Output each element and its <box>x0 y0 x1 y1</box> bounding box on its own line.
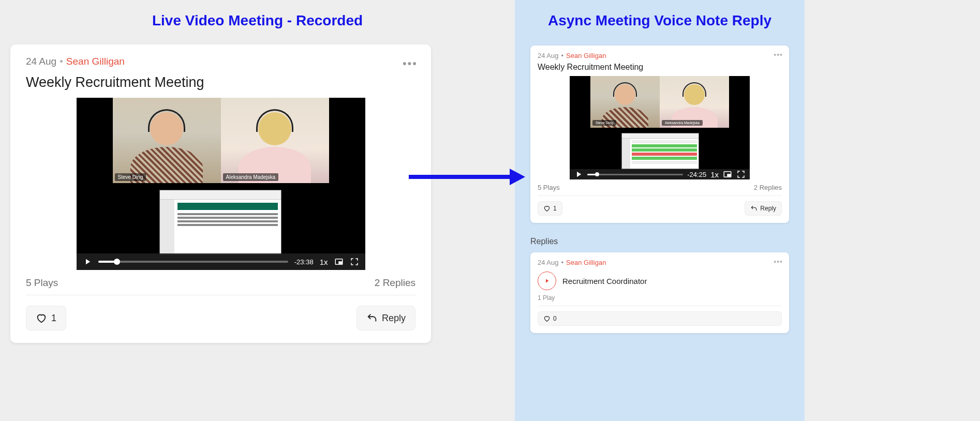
participant-name: Aleksandra Madejska <box>662 120 703 126</box>
dot-icon: • <box>561 52 564 59</box>
heading-right: Async Meeting Voice Note Reply <box>515 12 805 29</box>
heart-icon <box>36 312 47 324</box>
post-meta: 24 Aug • Sean Gilligan <box>538 52 782 59</box>
participant-tile: Aleksandra Madejska <box>221 98 329 183</box>
plays-count: 5 Plays <box>26 277 58 289</box>
svg-rect-1 <box>339 262 341 264</box>
post-author[interactable]: Sean Gilligan <box>66 56 125 67</box>
play-icon[interactable] <box>574 170 583 179</box>
participant-name: Steve Ding <box>115 173 146 181</box>
left-panel: Live Video Meeting - Recorded 24 Aug • S… <box>0 0 515 421</box>
shared-screen <box>621 133 699 169</box>
stats-row: 5 Plays 2 Replies <box>538 184 782 196</box>
play-icon[interactable] <box>83 257 92 266</box>
dot-icon: • <box>60 56 63 67</box>
post-author[interactable]: Sean Gilligan <box>566 52 606 59</box>
fullscreen-icon[interactable] <box>736 170 746 179</box>
post-date: 24 Aug <box>538 52 559 59</box>
more-options-icon[interactable]: ••• <box>403 57 418 70</box>
time-remaining: -23:38 <box>294 258 314 266</box>
video-player[interactable]: Steve Ding Aleksandra Madejska <box>570 76 750 179</box>
replies-section-label: Replies <box>530 237 558 246</box>
dot-icon: • <box>561 259 564 266</box>
pip-icon[interactable] <box>723 170 732 179</box>
reply-arrow-icon <box>366 312 378 324</box>
video-controls: -23:38 1x <box>77 253 365 270</box>
like-count: 0 <box>553 315 557 322</box>
post-date: 24 Aug <box>538 259 559 266</box>
audio-row: Recruitment Coordinator <box>538 272 782 290</box>
action-row: 0 <box>538 311 782 326</box>
participant-tiles: Steve Ding Aleksandra Madejska <box>590 76 729 128</box>
playback-speed[interactable]: 1x <box>320 258 328 266</box>
heart-icon <box>543 205 551 212</box>
participant-tiles: Steve Ding Aleksandra Madejska <box>113 98 329 183</box>
reply-button[interactable]: Reply <box>357 306 415 330</box>
audio-play-button[interactable] <box>538 272 556 290</box>
svg-marker-3 <box>510 169 525 185</box>
play-icon <box>544 278 550 284</box>
participant-tile: Steve Ding <box>590 76 660 128</box>
post-title: Weekly Recruitment Meeting <box>538 63 782 72</box>
plays-count: 1 Play <box>538 294 782 306</box>
participant-tile: Aleksandra Madejska <box>660 76 729 128</box>
avatar-head <box>258 112 291 145</box>
post-author[interactable]: Sean Gilligan <box>566 259 606 266</box>
reply-label: Reply <box>382 313 406 324</box>
avatar-head <box>150 112 183 145</box>
reply-button[interactable]: Reply <box>745 201 782 216</box>
like-button[interactable]: 1 <box>538 201 562 216</box>
video-controls: -24:25 1x <box>570 169 750 179</box>
like-count: 1 <box>553 205 557 212</box>
action-row: 1 Reply <box>26 306 415 330</box>
post-date: 24 Aug <box>26 56 56 67</box>
participant-tile: Steve Ding <box>113 98 221 183</box>
stats-row: 5 Plays 2 Replies <box>26 277 415 295</box>
post-meta: 24 Aug • Sean Gilligan <box>538 259 782 266</box>
async-meeting-card: 24 Aug • Sean Gilligan ••• Weekly Recrui… <box>530 46 789 223</box>
action-row: 1 Reply <box>538 201 782 216</box>
playback-speed[interactable]: 1x <box>710 170 719 179</box>
recorded-meeting-card: 24 Aug • Sean Gilligan ••• Weekly Recrui… <box>10 44 431 343</box>
participant-name: Aleksandra Madejska <box>223 173 279 181</box>
replies-count[interactable]: 2 Replies <box>375 277 415 289</box>
plays-count: 5 Plays <box>538 184 560 191</box>
progress-bar[interactable] <box>587 174 683 175</box>
audio-title: Recruitment Coordinator <box>562 277 647 285</box>
pip-icon[interactable] <box>334 257 344 266</box>
like-button[interactable]: 1 <box>26 306 66 330</box>
more-options-icon[interactable]: ••• <box>774 258 783 266</box>
heading-left: Live Video Meeting - Recorded <box>0 12 515 29</box>
replies-count[interactable]: 2 Replies <box>754 184 782 191</box>
reply-arrow-icon <box>750 205 758 212</box>
heart-icon <box>543 315 551 322</box>
post-meta: 24 Aug • Sean Gilligan <box>26 56 415 67</box>
right-panel: Async Meeting Voice Note Reply 24 Aug • … <box>515 0 805 421</box>
time-remaining: -24:25 <box>687 171 706 178</box>
progress-bar[interactable] <box>98 261 288 263</box>
fullscreen-icon[interactable] <box>350 257 359 266</box>
avatar-head <box>684 84 705 105</box>
like-button[interactable]: 0 <box>538 311 782 326</box>
like-count: 1 <box>51 313 56 324</box>
shared-screen <box>159 190 281 255</box>
more-options-icon[interactable]: ••• <box>774 51 783 59</box>
participant-name: Steve Ding <box>592 120 616 126</box>
arrow-icon <box>409 167 525 187</box>
voice-note-reply-card: 24 Aug • Sean Gilligan ••• Recruitment C… <box>530 252 789 333</box>
video-player[interactable]: Steve Ding Aleksandra Madejska <box>77 98 365 270</box>
avatar-head <box>615 84 635 105</box>
post-title: Weekly Recruitment Meeting <box>26 74 415 91</box>
svg-rect-5 <box>727 174 730 176</box>
reply-label: Reply <box>760 205 776 212</box>
